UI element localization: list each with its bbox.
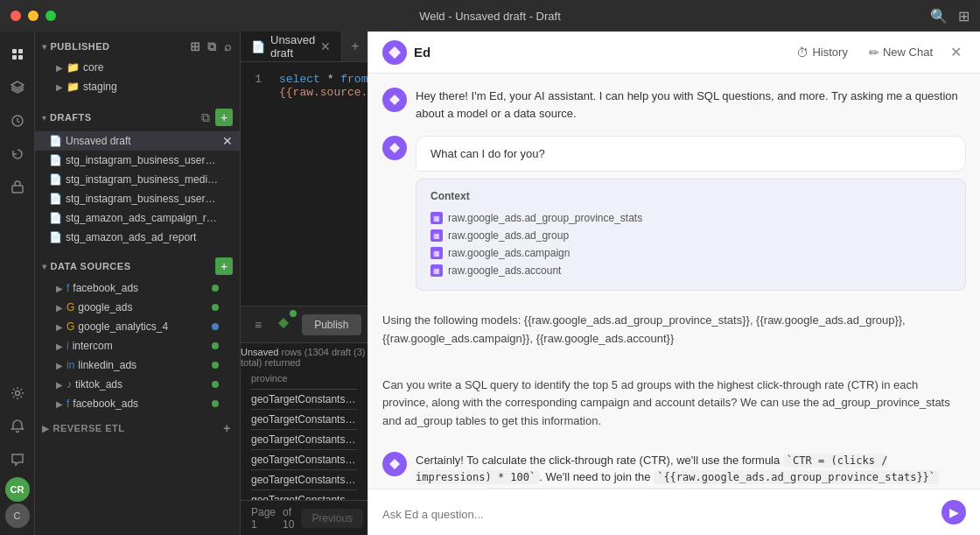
ai-response-text: Certainly! To calculate the click-throug… — [416, 452, 966, 489]
context-item-4-text: raw.google_ads.account — [448, 264, 561, 277]
datasources-section: ▾ DATA SOURCES + ▶ f facebook_ads ··· ▶ … — [35, 250, 240, 417]
datasources-add-btn[interactable]: + — [215, 257, 233, 275]
draft-item-stg-instagram-media[interactable]: 📄 stg_instagram_business_media_insig... … — [35, 170, 240, 189]
ai-greeting-bubble: Hey there! I'm Ed, your AI assistant. I … — [416, 88, 966, 122]
published-copy-btn[interactable]: ⧉ — [206, 39, 219, 54]
tab-unsaved-draft[interactable]: 📄 Unsaved draft ✕ — [241, 32, 342, 61]
ai-msg-avatar-2 — [382, 136, 407, 160]
draft-item-stg-instagram-user[interactable]: 📄 stg_instagram_business_user_insights ·… — [35, 151, 240, 170]
reverse-etl-add-btn[interactable]: + — [221, 420, 233, 436]
file-icon-unsaved: 📄 — [49, 135, 62, 147]
draft-item-unsaved[interactable]: 📄 Unsaved draft ✕ — [35, 131, 240, 151]
tab-close-btn[interactable]: ✕ — [320, 39, 331, 53]
sidebar-icon-package[interactable] — [2, 172, 33, 203]
search-icon[interactable]: 🔍 — [930, 8, 948, 25]
ai-msg-avatar-3 — [382, 452, 407, 476]
drafts-header-left[interactable]: ▾ DRAFTS — [42, 112, 92, 123]
keyword-select: select — [279, 73, 320, 86]
ga4-icon: G — [66, 320, 74, 333]
facebook2-icon: f — [66, 398, 69, 410]
keyword-from: from — [340, 73, 368, 86]
drafts-add-btn[interactable]: + — [215, 109, 233, 126]
linkedin-label: linkedin_ads — [78, 359, 208, 371]
column-header-province: province — [251, 373, 357, 390]
sidebar-icon-circle[interactable] — [2, 105, 33, 137]
tab-add-btn[interactable]: + — [342, 32, 368, 61]
reverse-etl-section[interactable]: ▶ REVERSE ETL + — [35, 417, 240, 440]
facebook-status-dot — [212, 285, 219, 292]
format-icon[interactable]: ≡ — [251, 314, 265, 335]
staging-label: staging — [83, 81, 219, 93]
sidebar-icon-explorer[interactable] — [2, 39, 33, 70]
tree-item-staging[interactable]: ▶ 📁 staging ··· — [35, 77, 240, 96]
user-avatar-cr[interactable]: CR — [5, 477, 30, 502]
source-item-tiktok[interactable]: ▶ ♪ tiktok_ads ··· — [35, 375, 240, 394]
window-title: Weld - Unsaved draft - Draft — [419, 10, 561, 23]
minimize-window-btn[interactable] — [28, 11, 38, 21]
user-question-text: What can I do for you? — [430, 147, 951, 160]
send-icon: ▶ — [949, 505, 959, 519]
history-button[interactable]: ⏱ History — [788, 41, 856, 64]
drafts-copy-btn[interactable]: ⧉ — [200, 109, 212, 125]
history-label: History — [812, 46, 847, 59]
sidebar-icon-layers[interactable] — [2, 72, 33, 103]
ai-msg-avatar — [382, 88, 407, 112]
published-add-folder-btn[interactable]: ⊞ — [188, 39, 203, 54]
published-header[interactable]: ▾ PUBLISHED ⊞ ⧉ ⌕ — [35, 35, 240, 58]
folder-icon-staging: 📁 — [66, 81, 80, 93]
draft-item-stg-amazon-campaign[interactable]: 📄 stg_amazon_ads_campaign_report ··· — [35, 208, 240, 228]
svg-rect-5 — [12, 186, 23, 193]
published-chevron: ▾ — [42, 42, 47, 52]
datasources-label: DATA SOURCES — [51, 261, 131, 271]
chat-header-left: Ed — [382, 40, 780, 65]
published-search-btn[interactable]: ⌕ — [222, 39, 234, 54]
maximize-window-btn[interactable] — [46, 11, 56, 21]
linkedin-status-dot — [212, 362, 219, 369]
drafts-label: DRAFTS — [50, 112, 92, 123]
unsaved-close-btn[interactable]: ✕ — [222, 134, 233, 148]
context-item-1: ▦ raw.google_ads.ad_group_province_stats — [430, 209, 951, 227]
source-item-linkedin[interactable]: ▶ in linkedin_ads ··· — [35, 355, 240, 375]
draft-item-stg-amazon-ad[interactable]: 📄 stg_amazon_ads_ad_report ··· — [35, 228, 240, 247]
user-avatar-c[interactable]: C — [5, 503, 30, 528]
result-row-6: geoTargetConstants/20052 — [251, 490, 357, 500]
sidebar-icon-chat[interactable] — [2, 444, 33, 475]
source-item-facebook[interactable]: ▶ f facebook_ads ··· — [35, 278, 240, 298]
intercom-icon: i — [66, 340, 69, 352]
new-chat-button[interactable]: ✏ New Chat — [860, 41, 942, 64]
icon-sidebar: CR C — [0, 32, 35, 535]
chat-input[interactable] — [382, 507, 934, 524]
line-code-1[interactable]: select * from {{raw.source.table}} — [276, 73, 368, 99]
sidebar-icon-history[interactable] — [2, 138, 33, 170]
publish-button[interactable]: Publish — [302, 314, 360, 335]
weld-icon[interactable] — [272, 312, 295, 337]
chat-panel: Ed ⏱ History ✏ New Chat ✕ — [368, 32, 980, 535]
send-button[interactable]: ▶ — [942, 500, 966, 524]
user-question-bubble: What can I do for you? Context ▦ raw.goo… — [416, 136, 966, 291]
source-item-google-analytics[interactable]: ▶ G google_analytics_4 ··· — [35, 317, 240, 336]
source-item-intercom[interactable]: ▶ i intercom ··· — [35, 336, 240, 355]
previous-page-btn[interactable]: Previous — [301, 509, 363, 528]
source-item-google-ads[interactable]: ▶ G google_ads ··· — [35, 298, 240, 317]
line-number-1: 1 — [241, 73, 276, 99]
datasources-header[interactable]: ▾ DATA SOURCES + — [35, 254, 240, 278]
user-question-box: What can I do for you? — [416, 136, 966, 172]
facebook2-label: facebook_ads — [73, 398, 208, 410]
editor-content[interactable]: 1 select * from {{raw.source.table}} — [241, 62, 368, 306]
chat-messages: Hey there! I'm Ed, your AI assistant. I … — [368, 74, 980, 489]
context-icon-1: ▦ — [430, 212, 443, 224]
close-window-btn[interactable] — [10, 11, 21, 21]
datasources-actions: + — [215, 257, 233, 275]
staging-chevron: ▶ — [56, 82, 63, 92]
titlebar: Weld - Unsaved draft - Draft 🔍 ⊞ — [0, 0, 980, 32]
sidebar-icon-settings[interactable] — [2, 377, 33, 409]
tree-item-core[interactable]: ▶ 📁 core ··· — [35, 58, 240, 77]
window-icon[interactable]: ⊞ — [958, 8, 970, 25]
sidebar-icon-bell[interactable] — [2, 411, 33, 442]
chat-close-btn[interactable]: ✕ — [945, 42, 966, 63]
editor-area: 1 select * from {{raw.source.table}} — [241, 62, 368, 306]
drafts-chevron: ▾ — [42, 113, 46, 123]
source-item-facebook2[interactable]: ▶ f facebook_ads ··· — [35, 394, 240, 413]
draft-item-stg-instagram-history[interactable]: 📄 stg_instagram_business_user_history ··… — [35, 189, 240, 208]
file-icon-4: 📄 — [49, 212, 62, 224]
